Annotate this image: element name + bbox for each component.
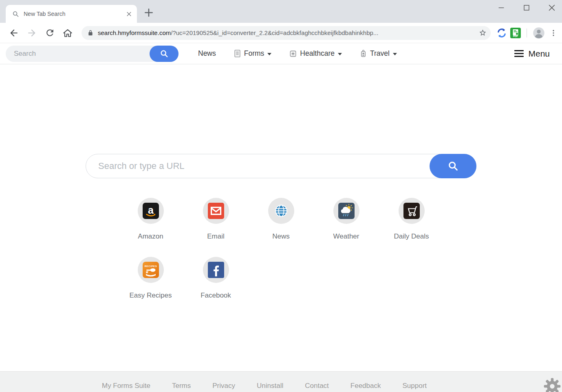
url-text: search.hmyformssuite.com/?uc=20190525&i_… bbox=[98, 29, 479, 36]
minimize-icon[interactable] bbox=[497, 3, 506, 12]
shortcut-label: Facebook bbox=[201, 291, 231, 300]
converter-extension-icon[interactable] bbox=[496, 28, 507, 38]
nav-item-news[interactable]: News bbox=[198, 49, 216, 58]
nav-forms-label: Forms bbox=[244, 49, 264, 58]
shopping-cart-icon bbox=[399, 198, 425, 224]
extensions-area: PDF bbox=[496, 27, 559, 39]
recipes-icon: RECIPES bbox=[138, 257, 164, 283]
settings-gear-icon[interactable] bbox=[543, 377, 561, 392]
footer-link-feedback[interactable]: Feedback bbox=[350, 382, 381, 390]
search-icon bbox=[160, 49, 169, 58]
url-path: /?uc=20190525&i_id=converter_2.2&cid=adc… bbox=[171, 29, 378, 36]
reload-icon[interactable] bbox=[44, 28, 55, 38]
shortcut-easy-recipes[interactable]: RECIPES Easy Recipes bbox=[118, 257, 183, 300]
travel-luggage-icon bbox=[360, 50, 367, 57]
browser-tab-strip: New Tab Search bbox=[0, 0, 562, 23]
url-domain: search.hmyformssuite.com bbox=[98, 29, 171, 36]
weather-icon bbox=[333, 198, 359, 224]
toolbar-separator bbox=[527, 28, 527, 37]
browser-tab[interactable]: New Tab Search bbox=[6, 5, 137, 23]
shortcuts-grid: a Amazon Email bbox=[0, 198, 562, 300]
forms-document-icon bbox=[234, 50, 241, 57]
address-bar[interactable]: search.hmyformssuite.com/?uc=20190525&i_… bbox=[82, 26, 491, 40]
healthcare-kit-icon bbox=[289, 50, 297, 57]
footer-link-support[interactable]: Support bbox=[402, 382, 427, 390]
main-search-input[interactable] bbox=[86, 154, 476, 178]
email-icon bbox=[203, 198, 229, 224]
shortcut-label: Email bbox=[207, 232, 225, 241]
header-search-button[interactable] bbox=[150, 46, 179, 62]
window-controls bbox=[497, 3, 556, 12]
search-icon bbox=[447, 160, 459, 172]
nav-news-label: News bbox=[198, 49, 216, 58]
nav-travel-label: Travel bbox=[370, 49, 390, 58]
menu-label: Menu bbox=[528, 49, 550, 59]
back-icon[interactable] bbox=[9, 28, 19, 38]
browser-toolbar: search.hmyformssuite.com/?uc=20190525&i_… bbox=[0, 23, 562, 43]
footer-link-terms[interactable]: Terms bbox=[172, 382, 191, 390]
tab-title: New Tab Search bbox=[24, 11, 126, 17]
shortcut-weather[interactable]: Weather bbox=[314, 198, 379, 241]
nav-item-healthcare[interactable]: Healthcare bbox=[289, 49, 342, 58]
lock-icon bbox=[87, 30, 94, 36]
footer-link-contact[interactable]: Contact bbox=[305, 382, 329, 390]
hamburger-icon bbox=[514, 50, 524, 57]
tab-favicon-search-icon bbox=[12, 11, 19, 18]
chevron-down-icon bbox=[338, 53, 342, 55]
bookmark-star-icon[interactable] bbox=[479, 29, 487, 37]
shortcut-amazon[interactable]: a Amazon bbox=[118, 198, 183, 241]
close-window-icon[interactable] bbox=[547, 3, 556, 12]
footer-link-uninstall[interactable]: Uninstall bbox=[257, 382, 283, 390]
chevron-down-icon bbox=[393, 53, 397, 55]
svg-text:a: a bbox=[148, 204, 154, 216]
header-search bbox=[6, 46, 179, 62]
profile-avatar[interactable] bbox=[533, 27, 545, 39]
facebook-icon bbox=[203, 257, 229, 283]
globe-icon bbox=[268, 198, 294, 224]
site-header: News Forms Healthcare Travel Menu bbox=[0, 43, 562, 64]
shortcut-email[interactable]: Email bbox=[183, 198, 249, 241]
nav-item-travel[interactable]: Travel bbox=[360, 49, 397, 58]
nav-item-forms[interactable]: Forms bbox=[234, 49, 272, 58]
forward-icon[interactable] bbox=[26, 28, 37, 38]
shortcut-label: Easy Recipes bbox=[130, 291, 172, 300]
footer: My Forms Suite Terms Privacy Uninstall C… bbox=[0, 371, 562, 392]
chevron-down-icon bbox=[267, 53, 271, 55]
footer-link-my-forms-suite[interactable]: My Forms Suite bbox=[102, 382, 150, 390]
shortcut-news[interactable]: News bbox=[249, 198, 314, 241]
amazon-icon: a bbox=[138, 198, 164, 224]
footer-links: My Forms Suite Terms Privacy Uninstall C… bbox=[102, 382, 427, 390]
footer-link-privacy[interactable]: Privacy bbox=[212, 382, 235, 390]
browser-menu-dots-icon[interactable] bbox=[548, 28, 559, 38]
new-tab-icon[interactable] bbox=[143, 7, 154, 18]
tab-close-icon[interactable] bbox=[126, 11, 132, 17]
shortcut-facebook[interactable]: Facebook bbox=[183, 257, 249, 300]
shortcut-label: Daily Deals bbox=[394, 232, 429, 241]
svg-text:PDF: PDF bbox=[513, 35, 518, 37]
nav-healthcare-label: Healthcare bbox=[300, 49, 335, 58]
svg-text:RECIPES: RECIPES bbox=[144, 265, 157, 267]
main-search-button[interactable] bbox=[430, 154, 476, 178]
home-icon[interactable] bbox=[62, 28, 73, 38]
pdf-extension-icon[interactable]: PDF bbox=[510, 28, 521, 38]
shortcut-daily-deals[interactable]: Daily Deals bbox=[379, 198, 444, 241]
main-content: a Amazon Email bbox=[0, 64, 562, 371]
shortcut-label: Weather bbox=[333, 232, 359, 241]
site-menu-button[interactable]: Menu bbox=[514, 49, 550, 59]
shortcut-label: News bbox=[272, 232, 290, 241]
maximize-icon[interactable] bbox=[522, 3, 531, 12]
site-nav: News Forms Healthcare Travel bbox=[198, 49, 397, 58]
shortcut-label: Amazon bbox=[138, 232, 163, 241]
main-search bbox=[86, 154, 476, 178]
